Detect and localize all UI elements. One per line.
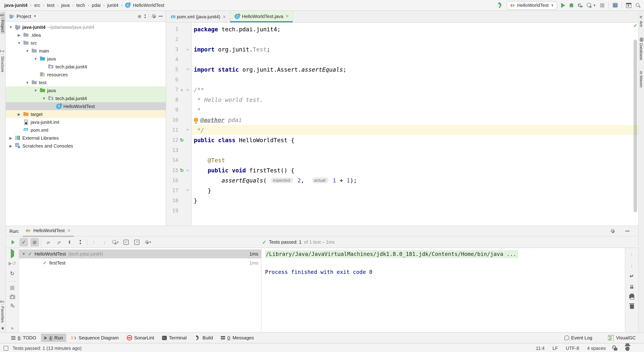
thread-dump-camera-icon[interactable] [10,295,15,299]
tree-row[interactable]: ▼java [6,86,166,94]
code-line[interactable]: /** [192,85,638,95]
rerun-tests-button[interactable] [9,238,17,246]
close-icon[interactable]: ✕ [67,228,71,233]
hector-inspector-icon[interactable] [625,347,630,351]
fold-marker-icon[interactable] [186,48,190,50]
file-encoding[interactable]: UTF-8 [566,346,579,351]
tree-right-arrow[interactable]: ▶ [17,33,21,37]
code-line[interactable] [192,206,638,216]
fold-marker-icon[interactable] [186,68,190,71]
code-line[interactable]: } [192,195,638,206]
tree-down-arrow[interactable]: ▼ [25,49,30,53]
tree-row[interactable]: resources [6,70,166,78]
rerun-button[interactable] [11,251,14,256]
collapse-all-button[interactable]: ▼▲ [76,238,85,246]
expand-all-button[interactable]: ▲▼ [65,238,74,246]
code-line[interactable] [192,34,638,44]
line-separator[interactable]: LF [552,346,558,351]
test-case-row[interactable]: ✓ firstTest 1ms [19,258,261,267]
tree-down-arrow[interactable]: ▼ [22,252,26,256]
search-everywhere-button[interactable] [635,3,640,8]
tree-row[interactable]: ▼java [6,55,166,63]
toolbar-item-todo[interactable]: 6: TODO [8,334,40,342]
code-line[interactable]: * Hello world test. [192,95,638,105]
inspections-ok-icon[interactable]: ✓ [633,23,638,28]
tree-row[interactable]: ▼src [6,39,166,47]
tree-right-arrow[interactable]: ▶ [9,144,13,148]
run-configuration-select[interactable]: HelloWorldTest ▼ [507,1,557,9]
toolbar-item-sonarlint[interactable]: SonarLint [123,334,158,342]
code-line[interactable]: } [192,185,638,195]
build-hammer-icon[interactable] [497,2,503,8]
tree-row[interactable]: ▶External Libraries [6,134,166,142]
breadcrumb-item[interactable]: java [61,2,70,8]
toolbar-item-run[interactable]: 4: Run [41,334,66,342]
toolbar-item-visualgc[interactable]: VisualGC [605,334,639,342]
code-line[interactable] [192,54,638,64]
sidebar-item-database[interactable]: Database [639,36,644,62]
toolbar-item-terminal[interactable]: >_Terminal [159,334,190,342]
debug-button[interactable] [569,3,574,7]
tree-down-arrow[interactable]: ▼ [34,88,38,92]
indent-style[interactable]: 4 spaces [587,346,606,351]
intention-bulb-icon[interactable] [194,118,198,122]
test-options-gear-button[interactable]: ▾ [143,238,152,246]
tree-right-arrow[interactable]: ▶ [17,112,21,116]
toolbar-item-build[interactable]: Build [192,334,216,342]
tree-down-arrow[interactable]: ▼ [42,96,46,100]
previous-failed-test-button[interactable]: ↑ [89,238,98,246]
code-line[interactable]: assertEquals( expected: 2, actual: 1 + 1… [192,175,638,185]
tree-row[interactable]: ▼java-junit4~/pdai/www/java-junit4 [6,23,166,31]
down-arrow-icon[interactable]: ↓ [630,262,633,268]
show-passed-toggle[interactable]: ✓ [20,238,28,246]
hide-panel-button[interactable] [625,231,630,232]
gear-icon[interactable] [610,229,615,234]
toolbar-item-event-log[interactable]: Event Log [561,334,596,342]
fold-marker-icon[interactable] [186,189,190,192]
caret-position[interactable]: 11:4 [536,346,544,351]
test-passed-gutter-icon[interactable] [178,168,186,173]
close-icon[interactable]: ✕ [222,14,226,19]
breadcrumb-item[interactable]: test [47,2,54,8]
scrollbar-thumb[interactable] [634,39,637,212]
tree-row[interactable]: ▶target [6,110,166,118]
code-line[interactable]: @Test [192,155,638,165]
code-line[interactable]: @author pdai [192,115,638,125]
sidebar-item-ant[interactable]: ✳ Ant [639,13,644,29]
run-anything-button[interactable] [626,3,632,8]
test-suite-row[interactable]: ▼ ✓ HelloWorldTest (tech.pdai.junit4) 1m… [19,249,261,258]
tree-row[interactable]: java-junit4.iml [6,118,166,126]
breadcrumb-item[interactable]: HelloWorldTest [133,2,164,8]
run-button[interactable] [561,3,565,8]
gear-icon[interactable] [151,14,156,19]
breadcrumb-item[interactable]: tech [76,2,85,8]
code-area[interactable]: package tech.pdai.junit4;import org.juni… [192,23,638,226]
up-arrow-icon[interactable]: ↑ [630,252,633,257]
rerun-icon[interactable]: ↻ [10,270,14,277]
tree-row[interactable]: HelloWorldTest [6,102,166,110]
fold-marker-icon[interactable] [186,89,190,90]
code-line[interactable]: import static org.junit.Assert.assertEqu… [192,64,638,74]
code-line[interactable] [192,74,638,85]
render-doc-gutter-icon[interactable] [178,87,186,92]
stop-button[interactable] [10,286,14,290]
fold-marker-icon[interactable] [186,170,190,171]
sidebar-item-maven[interactable]: m Maven [639,69,644,89]
code-line[interactable]: public class HelloWorldTest { [192,135,638,145]
toolbar-item-messages[interactable]: 0: Messages [218,334,257,342]
tree-row[interactable]: ▶.idea [6,31,166,39]
tree-row[interactable]: ▼main [6,47,166,55]
test-passed-gutter-icon[interactable] [178,137,186,143]
run-tab-helloworldtest[interactable]: HelloWorldTest ✕ [23,226,74,237]
breadcrumb-item[interactable]: junit4 [107,2,118,8]
profiler-button[interactable]: ▼ [587,3,596,8]
sidebar-item-favorites[interactable]: 2: Favorites [0,299,5,324]
console-command-text[interactable]: /Library/Java/JavaVirtualMachines/jdk1.8… [265,250,518,258]
tree-row[interactable]: ▼tech.pdai.junit4 [6,94,166,102]
attach-debugger-icon[interactable] [10,304,14,308]
fold-marker-icon[interactable] [186,128,190,131]
rerun-failed-tests-button[interactable]: ▶↺ [8,261,16,266]
tree-down-arrow[interactable]: ▼ [25,80,30,84]
tree-right-arrow[interactable]: ▶ [9,136,13,140]
editor-scrollbar[interactable]: ✓ [633,24,638,226]
